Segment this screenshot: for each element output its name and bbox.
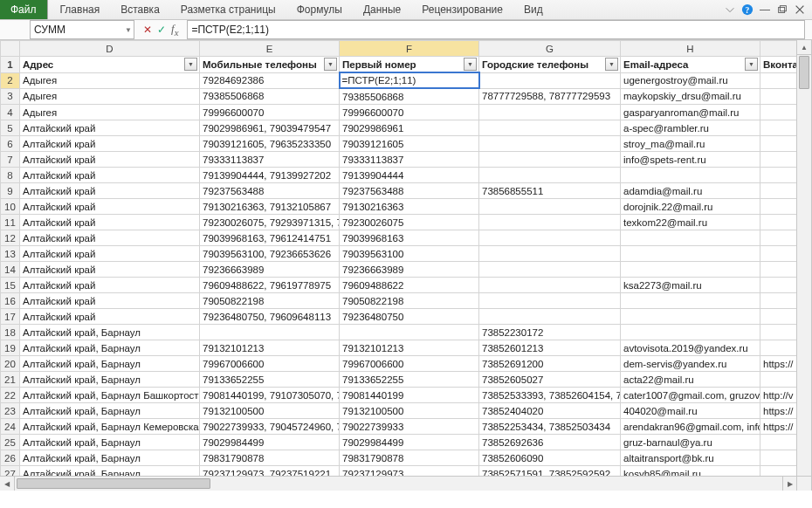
cell[interactable]: 79132100500 bbox=[200, 403, 340, 419]
row-header[interactable]: 4 bbox=[1, 105, 20, 120]
row-header[interactable]: 15 bbox=[1, 278, 20, 293]
cell[interactable]: 79039968163, 79612414751 bbox=[200, 230, 340, 246]
cell[interactable]: https:// bbox=[760, 403, 798, 419]
cell[interactable]: 79385506868 bbox=[200, 88, 340, 105]
cell[interactable] bbox=[760, 246, 798, 262]
cell[interactable] bbox=[479, 278, 621, 293]
cell[interactable]: stroy_ma@mail.ru bbox=[621, 136, 760, 152]
filter-button[interactable]: ▼ bbox=[745, 58, 758, 71]
cell[interactable]: 79081440199, 79107305070, 7910 bbox=[200, 388, 340, 403]
cell[interactable]: 79039563100, 79236653626 bbox=[200, 246, 340, 262]
cell[interactable]: 79230026075, 79293971315, 7929 bbox=[200, 215, 340, 230]
cell[interactable]: 73852691200 bbox=[479, 356, 621, 372]
row-header[interactable]: 23 bbox=[1, 403, 20, 419]
cell[interactable]: 79029984499 bbox=[200, 435, 340, 450]
ribbon-tab-pagelayout[interactable]: Разметка страницы bbox=[172, 1, 285, 18]
cell[interactable] bbox=[479, 168, 621, 183]
cell[interactable]: Адыгея bbox=[20, 88, 200, 105]
cell[interactable]: Алтайский край bbox=[20, 309, 200, 325]
cell[interactable]: dorojnik.22@mail.ru bbox=[621, 199, 760, 215]
cell[interactable] bbox=[479, 246, 621, 262]
cell[interactable] bbox=[760, 309, 798, 325]
cell[interactable]: 79236663989 bbox=[340, 262, 479, 278]
cell[interactable]: 79029986961, 79039479547 bbox=[200, 120, 340, 136]
cell[interactable]: 79967006600 bbox=[200, 356, 340, 372]
cell[interactable] bbox=[760, 340, 798, 356]
cell[interactable]: 79996600070 bbox=[340, 105, 479, 120]
cell[interactable] bbox=[479, 72, 621, 88]
cell[interactable] bbox=[760, 136, 798, 152]
cell[interactable] bbox=[760, 152, 798, 168]
cell[interactable] bbox=[479, 262, 621, 278]
help-icon[interactable]: ? bbox=[740, 3, 754, 17]
cell[interactable] bbox=[621, 293, 760, 309]
cell[interactable]: Алтайский край bbox=[20, 246, 200, 262]
row-header[interactable]: 13 bbox=[1, 246, 20, 262]
header-city-phones[interactable]: Городские телефоны▼ bbox=[479, 57, 621, 73]
cell[interactable]: 73856855511 bbox=[479, 183, 621, 199]
header-address[interactable]: Адрес▼ bbox=[20, 57, 200, 73]
cell[interactable] bbox=[621, 230, 760, 246]
cell[interactable]: 79022739933 bbox=[340, 419, 479, 435]
cell[interactable]: Алтайский край, Барнаул bbox=[20, 435, 200, 450]
row-header[interactable]: 7 bbox=[1, 152, 20, 168]
cell[interactable]: 79230026075 bbox=[340, 215, 479, 230]
col-header-G[interactable]: G bbox=[479, 41, 621, 57]
cell[interactable] bbox=[621, 309, 760, 325]
filter-button[interactable]: ▼ bbox=[464, 58, 477, 71]
cell[interactable]: info@spets-rent.ru bbox=[621, 152, 760, 168]
cell[interactable]: 79133652255 bbox=[200, 372, 340, 388]
cell[interactable]: 79130216363, 79132105867 bbox=[200, 199, 340, 215]
enter-formula-icon[interactable]: ✓ bbox=[157, 24, 166, 36]
cell[interactable]: Алтайский край, Барнаул bbox=[20, 450, 200, 466]
scroll-up-icon[interactable]: ▲ bbox=[797, 40, 811, 55]
cell[interactable]: 79609488622, 79619778975 bbox=[200, 278, 340, 293]
cell[interactable]: avtovisota.2019@yandex.ru bbox=[621, 340, 760, 356]
cell[interactable]: maykopskiy_drsu@mail.ru bbox=[621, 88, 760, 105]
cell[interactable]: Алтайский край bbox=[20, 136, 200, 152]
cell[interactable]: 79039121605 bbox=[340, 136, 479, 152]
cell[interactable]: acta22@mail.ru bbox=[621, 372, 760, 388]
cell[interactable] bbox=[760, 293, 798, 309]
ribbon-tab-home[interactable]: Главная bbox=[52, 1, 109, 18]
spreadsheet-grid[interactable]: D E F G H 1 Адрес▼ Мобильные телефоны▼ П… bbox=[0, 40, 797, 477]
cell[interactable]: Алтайский край, Барнаул Кемеровская bbox=[20, 419, 200, 435]
cell[interactable]: 79081440199 bbox=[340, 388, 479, 403]
row-header[interactable]: 11 bbox=[1, 215, 20, 230]
cell[interactable]: 79039121605, 79635233350 bbox=[200, 136, 340, 152]
cell[interactable]: 79130216363 bbox=[340, 199, 479, 215]
row-header[interactable]: 18 bbox=[1, 325, 20, 340]
cell[interactable]: 79831790878 bbox=[340, 450, 479, 466]
name-box[interactable]: СУММ ▼ bbox=[30, 20, 134, 39]
cell[interactable]: a-spec@rambler.ru bbox=[621, 120, 760, 136]
cell[interactable]: texkom22@mail.ru bbox=[621, 215, 760, 230]
cell[interactable]: http://v bbox=[760, 388, 798, 403]
row-header[interactable]: 20 bbox=[1, 356, 20, 372]
file-tab[interactable]: Файл bbox=[0, 0, 48, 19]
cell[interactable]: 73852404020 bbox=[479, 403, 621, 419]
cell[interactable] bbox=[760, 88, 798, 105]
cell[interactable]: Алтайский край bbox=[20, 168, 200, 183]
cell[interactable]: 404020@mail.ru bbox=[621, 403, 760, 419]
insert-function-icon[interactable]: fx bbox=[171, 22, 178, 38]
cell[interactable]: 79050822198 bbox=[340, 293, 479, 309]
cell[interactable] bbox=[200, 325, 340, 340]
cell[interactable]: 79133652255 bbox=[340, 372, 479, 388]
cell[interactable] bbox=[621, 168, 760, 183]
row-header[interactable]: 2 bbox=[1, 72, 20, 88]
cell[interactable]: altaitransport@bk.ru bbox=[621, 450, 760, 466]
header-vk[interactable]: Вконта bbox=[760, 57, 798, 73]
filter-button[interactable]: ▼ bbox=[184, 58, 197, 71]
cell[interactable]: 73852533393, 73852604154, 7391 bbox=[479, 388, 621, 403]
cell[interactable]: Адыгея bbox=[20, 105, 200, 120]
col-header-next[interactable] bbox=[760, 41, 798, 57]
row-header[interactable]: 16 bbox=[1, 293, 20, 309]
cell[interactable] bbox=[760, 262, 798, 278]
window-close-icon[interactable] bbox=[793, 3, 807, 17]
cell[interactable]: arendakran96@gmail.com, info bbox=[621, 419, 760, 435]
cell[interactable]: 79609488622 bbox=[340, 278, 479, 293]
cell[interactable] bbox=[760, 168, 798, 183]
cell[interactable]: Алтайский край, Барнаул Башкортостан bbox=[20, 388, 200, 403]
cell[interactable]: Адыгея bbox=[20, 72, 200, 88]
cell[interactable]: 79029984499 bbox=[340, 435, 479, 450]
